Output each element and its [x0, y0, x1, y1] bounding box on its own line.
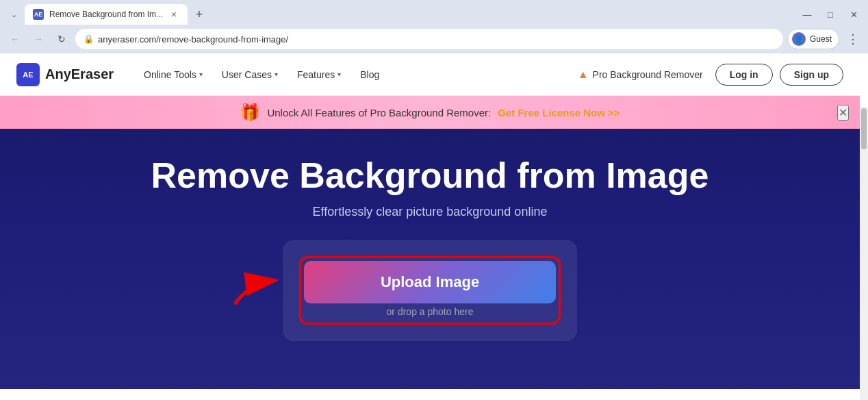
site-nav: AE AnyEraser Online Tools ▾ User Cases ▾… [0, 53, 860, 96]
back-button[interactable]: ← [5, 29, 25, 49]
scrollbar[interactable] [860, 107, 868, 400]
title-bar: ⌄ AE Remove Background from Im... × + — … [0, 0, 868, 25]
arrow-indicator [228, 256, 290, 314]
upload-btn-label: Upload Image [381, 273, 479, 291]
user-cases-chevron-icon: ▾ [275, 71, 278, 78]
banner-text: Unlock All Features of Pro Background Re… [267, 107, 491, 118]
logo-text: AnyEraser [45, 66, 114, 82]
minimize-button[interactable]: — [798, 5, 816, 23]
nav-user-cases[interactable]: User Cases ▾ [214, 65, 286, 84]
promo-banner: 🎁 Unlock All Features of Pro Background … [0, 96, 860, 129]
tab-close-button[interactable]: × [168, 9, 179, 20]
tab-list-button[interactable]: ⌄ [5, 6, 22, 23]
upload-container: Upload Image or drop a photo here [283, 240, 577, 341]
nav-features[interactable]: Features ▾ [289, 65, 349, 84]
nav-online-tools-label: Online Tools [144, 69, 196, 80]
active-tab[interactable]: AE Remove Background from Im... × [25, 4, 188, 25]
profile-avatar: 👤 [792, 32, 806, 46]
logo-area[interactable]: AE AnyEraser [16, 63, 114, 86]
lock-icon: 🔒 [84, 34, 94, 44]
profile-button[interactable]: 👤 Guest [787, 29, 839, 49]
banner-cta-link[interactable]: Get Free License Now >> [498, 107, 620, 118]
login-button[interactable]: Log in [715, 64, 773, 86]
nav-user-cases-label: User Cases [222, 69, 272, 80]
pro-icon: ▲ [578, 68, 589, 81]
nav-bar: ← → ↻ 🔒 anyeraser.com/remove-background-… [0, 25, 868, 53]
tab-title: Remove Background from Im... [49, 10, 163, 19]
online-tools-chevron-icon: ▾ [199, 71, 203, 78]
upload-image-button[interactable]: Upload Image [304, 261, 556, 303]
forward-button[interactable]: → [29, 29, 48, 49]
url-text: anyeraser.com/remove-background-from-ima… [98, 34, 775, 45]
nav-features-label: Features [297, 69, 335, 80]
nav-online-tools[interactable]: Online Tools ▾ [136, 65, 211, 84]
hero-subtitle: Effortlessly clear picture background on… [313, 205, 548, 219]
refresh-button[interactable]: ↻ [52, 29, 71, 49]
upload-box[interactable]: Upload Image or drop a photo here [299, 256, 561, 325]
address-bar[interactable]: 🔒 anyeraser.com/remove-background-from-i… [75, 29, 783, 49]
hero-title: Remove Background from Image [151, 156, 709, 195]
logo-icon: AE [16, 63, 40, 86]
features-chevron-icon: ▾ [337, 71, 341, 78]
pro-btn-label: Pro Background Remover [593, 69, 703, 80]
scrollbar-thumb[interactable] [861, 108, 867, 149]
banner-close-button[interactable]: ✕ [837, 105, 849, 121]
gift-icon: 🎁 [240, 103, 260, 122]
maximize-button[interactable]: □ [821, 5, 839, 23]
close-button[interactable]: ✕ [845, 5, 863, 23]
window-controls: — □ ✕ [798, 5, 863, 23]
tab-bar: ⌄ AE Remove Background from Im... × + [5, 4, 793, 25]
nav-blog-label: Blog [360, 69, 379, 80]
nav-links: Online Tools ▾ User Cases ▾ Features ▾ B… [136, 65, 572, 84]
more-options-button[interactable]: ⋮ [843, 29, 863, 49]
webpage: AE AnyEraser Online Tools ▾ User Cases ▾… [0, 53, 860, 400]
nav-actions: ▲ Pro Background Remover Log in Sign up [572, 64, 843, 86]
profile-label: Guest [810, 34, 832, 44]
tab-favicon: AE [33, 9, 44, 20]
nav-blog[interactable]: Blog [352, 65, 387, 84]
hero-section: Remove Background from Image Effortlessl… [0, 129, 860, 389]
pro-background-remover-btn[interactable]: ▲ Pro Background Remover [572, 64, 709, 85]
signup-button[interactable]: Sign up [780, 64, 843, 86]
drop-text: or drop a photo here [304, 303, 556, 320]
new-tab-button[interactable]: + [190, 5, 208, 23]
